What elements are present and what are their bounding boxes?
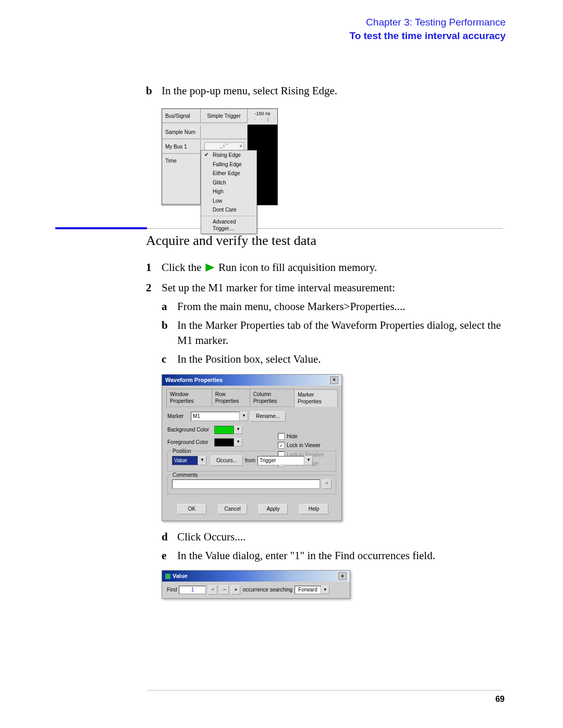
hide-checkbox-box[interactable] — [278, 433, 285, 440]
fg-color-swatch — [214, 438, 234, 447]
col-time-head: -150 ns · · · | · · · — [248, 109, 277, 125]
from-select[interactable]: Trigger ▼ — [258, 456, 313, 465]
occurs-button[interactable]: Occurs... — [211, 455, 243, 466]
menu-rising-edge[interactable]: Rising Edge — [201, 151, 256, 160]
dialog-titlebar: Waveform Properties × — [162, 375, 341, 386]
value-dialog-title: Value — [173, 572, 188, 580]
tab-column-properties[interactable]: Column Properties — [250, 389, 295, 406]
comments-keypad-button[interactable]: ⌨ — [322, 479, 332, 489]
tab-row-properties[interactable]: Row Properties — [212, 389, 250, 406]
value-dialog-titlebar: Value × — [162, 571, 350, 582]
step-2-text: Set up the M1 marker for time interval m… — [162, 280, 506, 295]
menu-separator — [202, 216, 255, 216]
dialog-title-text: Waveform Properties — [165, 376, 223, 384]
trigger-symbol-dropdown[interactable]: _↑‾ ≡ — [204, 142, 244, 151]
comments-input[interactable] — [172, 479, 320, 489]
plus-button[interactable]: + — [231, 585, 240, 595]
comments-group: Comments ⌨ — [167, 475, 336, 495]
fg-color-label: Foreground Color — [167, 439, 214, 446]
occurrence-label: occurrence searching — [242, 586, 292, 594]
step-b-text: In the pop-up menu, select Rising Edge. — [162, 83, 506, 98]
menu-glitch[interactable]: Glitch — [201, 178, 256, 188]
position-legend: Position — [171, 448, 193, 455]
position-select[interactable]: Value ▼ — [172, 456, 206, 465]
step-2d-text: Click Occurs.... — [177, 529, 506, 544]
marker-value: M1 — [191, 412, 240, 421]
page-header: Chapter 3: Testing Performance To test t… — [63, 17, 506, 42]
minus-button[interactable]: − — [219, 585, 229, 595]
menu-either-edge[interactable]: Either Edge — [201, 169, 256, 178]
from-label: from — [245, 457, 255, 464]
comments-legend: Comments — [171, 472, 199, 479]
ok-button[interactable]: OK — [177, 504, 206, 514]
marker-dropdown-arrow[interactable]: ▼ — [240, 412, 248, 421]
hide-checkbox[interactable]: Hide — [278, 433, 324, 440]
section-divider-blue — [55, 227, 147, 229]
value-close-icon[interactable]: × — [338, 572, 347, 580]
step-1-post: Run icon to fill acquisition memory. — [218, 261, 377, 274]
step-2a-bullet: a — [162, 299, 177, 314]
step-1-text: Click the Run icon to fill acquisition m… — [162, 260, 506, 275]
bg-color-arrow[interactable]: ▼ — [234, 426, 242, 434]
lock-viewer-checkbox[interactable]: ✓ Lock in Viewer — [278, 442, 324, 449]
step-2-bullet: 2 — [146, 280, 162, 295]
value-title-icon: Value — [165, 572, 188, 580]
position-group: Position Value ▼ Occurs... from Trigger … — [167, 451, 336, 472]
step-2c-bullet: c — [162, 352, 177, 366]
row-my-bus-1: My Bus 1 — [162, 140, 201, 154]
row-time: Time — [162, 154, 201, 204]
acquire-heading: Acquire and verify the test data — [146, 231, 506, 250]
time-head-label: -150 ns — [248, 110, 277, 117]
col-simple-trigger: Simple Trigger — [201, 109, 248, 123]
menu-low[interactable]: Low — [201, 196, 256, 206]
step-1-bullet: 1 — [146, 260, 162, 275]
direction-value: Forward — [295, 586, 321, 594]
rename-button[interactable]: Rename... — [250, 411, 286, 422]
row-sample-num: Sample Num — [162, 125, 201, 139]
step-2a-text: From the main menu, choose Markers>Prope… — [177, 299, 506, 314]
cancel-button[interactable]: Cancel — [218, 504, 247, 514]
waveform-properties-dialog: Waveform Properties × Window Properties … — [162, 374, 342, 521]
fg-color-select[interactable]: ▼ — [214, 438, 242, 447]
lock-viewer-box[interactable]: ✓ — [278, 442, 285, 449]
marker-label: Marker — [167, 413, 191, 420]
close-icon[interactable]: × — [330, 376, 338, 384]
page-number: 69 — [495, 695, 505, 704]
marker-select[interactable]: M1 ▼ — [191, 412, 248, 421]
step-2e-bullet: e — [162, 548, 177, 563]
dialog-body: Marker M1 ▼ Rename... Background Color ▼ — [162, 407, 341, 499]
trigger-menu[interactable]: Rising Edge Falling Edge Either Edge Gli… — [201, 150, 257, 234]
fg-color-arrow[interactable]: ▼ — [234, 438, 242, 447]
menu-falling-edge[interactable]: Falling Edge — [201, 160, 256, 169]
bg-color-swatch — [214, 426, 234, 434]
step-2e-text: In the Value dialog, enter "1" in the Fi… — [177, 548, 506, 563]
run-icon — [205, 263, 215, 272]
keypad-button[interactable]: ⌨ — [208, 585, 217, 595]
position-arrow[interactable]: ▼ — [198, 456, 206, 465]
apply-button[interactable]: Apply — [259, 504, 288, 514]
tab-marker-properties[interactable]: Marker Properties — [294, 389, 338, 407]
step-2b-bullet: b — [162, 318, 177, 332]
menu-advanced-trigger[interactable]: Advanced Trigger.... — [201, 217, 256, 233]
trigger-popup-screenshot: Bus/Signal Simple Trigger -150 ns · · · … — [162, 108, 278, 205]
footer-rule — [147, 690, 503, 690]
step-2c-text: In the Position box, select Value. — [177, 352, 506, 366]
menu-high[interactable]: High — [201, 187, 256, 196]
bg-color-select[interactable]: ▼ — [214, 426, 242, 434]
step-2d-bullet: d — [162, 529, 177, 544]
direction-select[interactable]: Forward ▼ — [295, 586, 329, 594]
find-label: Find — [167, 586, 177, 594]
from-arrow[interactable]: ▼ — [304, 456, 313, 465]
help-button[interactable]: Help — [299, 504, 328, 514]
lock-viewer-label: Lock in Viewer — [287, 442, 321, 449]
direction-arrow[interactable]: ▼ — [321, 586, 329, 594]
sample-wave-cell — [248, 125, 277, 140]
menu-dont-care[interactable]: Dont Care — [201, 205, 256, 215]
col-bus-signal: Bus/Signal — [162, 109, 201, 123]
step-1-pre: Click the — [162, 261, 201, 274]
tab-window-properties[interactable]: Window Properties — [166, 389, 212, 406]
position-value: Value — [172, 456, 198, 465]
dialog-tabs: Window Properties Row Properties Column … — [164, 387, 339, 407]
find-input[interactable]: 1 — [179, 586, 206, 594]
hide-checkbox-label: Hide — [287, 433, 298, 440]
